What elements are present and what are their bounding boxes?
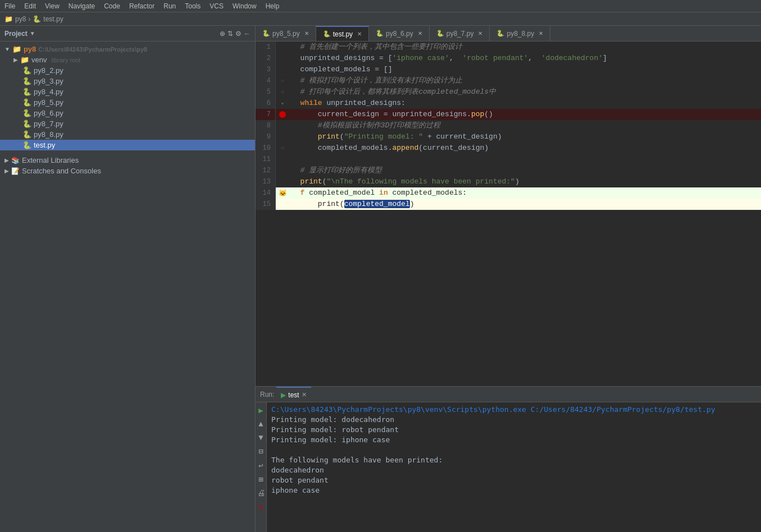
gutter-10: ○ — [276, 143, 289, 154]
code-cell-15: print(completed_model) — [289, 199, 414, 210]
menu-tools[interactable]: Tools — [185, 2, 200, 10]
tree-item-py8_5[interactable]: 🐍 py8_5.py — [0, 97, 255, 108]
menu-code[interactable]: Code — [104, 2, 120, 10]
menu-run[interactable]: Run — [163, 2, 176, 10]
locate-icon[interactable]: ⊕ — [220, 30, 225, 38]
py-file-icon: 🐍 — [22, 88, 31, 96]
line-num-3: 3 — [256, 64, 276, 75]
menu-help[interactable]: Help — [266, 2, 280, 10]
tree-item-external[interactable]: ▶ 📚 External Libraries — [0, 155, 255, 166]
code-editor[interactable]: 1 # 首先创建一个列表，其中包含一些要打印的设计 2 unprinted_de… — [256, 42, 761, 386]
code-line-9: 9 print("Printing model: " + current_des… — [256, 131, 761, 143]
gutter-12 — [276, 165, 289, 176]
tree-file-label: py8_4.py — [34, 88, 63, 96]
fold-icon-5[interactable]: ○ — [281, 89, 284, 95]
tab-close-py8_5[interactable]: ✕ — [304, 30, 309, 36]
menu-navigate[interactable]: Navigate — [69, 2, 95, 10]
run-scroll-up-button[interactable]: ▲ — [257, 419, 264, 430]
gutter-6: ▾ — [276, 98, 289, 109]
run-tree-button[interactable]: ⊞ — [257, 474, 264, 485]
fold-icon-6[interactable]: ▾ — [281, 100, 285, 107]
emoji-icon-14: 🐱 — [279, 189, 287, 198]
tree-venv-sublabel: library root — [51, 57, 80, 63]
run-icon: ▶ — [281, 391, 286, 399]
tree-item-py8_3[interactable]: 🐍 py8_3.py — [0, 76, 255, 86]
run-output-line-5: dodecahedron — [271, 465, 757, 475]
tab-py8_6[interactable]: 🐍 py8_6.py ✕ — [369, 26, 430, 42]
tree-item-py8_8[interactable]: 🐍 py8_8.py — [0, 129, 255, 140]
tab-py8_8[interactable]: 🐍 py8_8.py ✕ — [490, 26, 550, 42]
menu-edit[interactable]: Edit — [24, 2, 36, 10]
run-scroll-down-button[interactable]: ▼ — [257, 432, 264, 443]
breakpoint-7[interactable] — [279, 111, 286, 118]
py-file-icon: 🐍 — [22, 109, 31, 117]
tree-venv-label: venv — [31, 56, 47, 64]
breadcrumb-file[interactable]: test.py — [43, 15, 63, 23]
arrow-right-icon: ▶ — [13, 57, 18, 63]
tab-py8_7[interactable]: 🐍 py8_7.py ✕ — [430, 26, 490, 42]
tree-file-label: py8_2.py — [34, 66, 63, 75]
gutter-3 — [276, 64, 289, 75]
tab-label: py8_7.py — [446, 30, 474, 38]
breadcrumb-sep: › — [28, 15, 30, 23]
run-stop-button[interactable]: ✕ — [257, 501, 264, 513]
code-line-5: 5 ○ # 打印每个设计后，都将其移到列表completed_models中 — [256, 86, 761, 98]
tree-item-py8_4[interactable]: 🐍 py8_4.py — [0, 86, 255, 97]
tree-root[interactable]: ▼ 📁 py8 C:\Users\84243\PycharmProjects\p… — [0, 44, 255, 54]
menu-refactor[interactable]: Refactor — [129, 2, 154, 10]
run-tab-test[interactable]: ▶ test ✕ — [276, 387, 311, 402]
code-cell-11 — [289, 154, 296, 165]
tab-test[interactable]: 🐍 test.py ✕ — [316, 26, 369, 42]
breadcrumb-project[interactable]: py8 — [15, 15, 26, 23]
expand-icon[interactable]: ⇅ — [227, 30, 233, 38]
run-output-line-3: Printing model: iphone case — [271, 435, 757, 445]
fold-icon-4[interactable]: ○ — [281, 78, 284, 84]
run-tab-close[interactable]: ✕ — [302, 391, 307, 398]
gutter-4: ○ — [276, 75, 289, 86]
tab-close-test[interactable]: ✕ — [357, 31, 362, 37]
collapse-icon[interactable]: ← — [244, 30, 250, 38]
code-cell-3: completed_models = [] — [289, 64, 392, 75]
code-line-8: 8 #模拟根据设计制作3D打印模型的过程 — [256, 120, 761, 131]
run-print-button[interactable]: 🖨 — [256, 488, 266, 499]
tab-close-py8_8[interactable]: ✕ — [539, 30, 543, 36]
menu-view[interactable]: View — [45, 2, 60, 10]
code-cell-4: # 模拟打印每个设计，直到没有未打印的设计为止 — [289, 75, 462, 86]
tab-close-py8_7[interactable]: ✕ — [478, 30, 482, 36]
tree-item-venv[interactable]: ▶ 📁 venv library root — [0, 54, 255, 65]
menu-window[interactable]: Window — [233, 2, 257, 10]
tree-file-label: py8_7.py — [34, 120, 63, 128]
folder-icon: 📁 — [20, 56, 29, 64]
menu-file[interactable]: File — [4, 2, 15, 10]
tree-item-py8_7[interactable]: 🐍 py8_7.py — [0, 118, 255, 129]
run-filter-button[interactable]: ⊟ — [257, 446, 264, 457]
run-panel: Run: ▶ test ✕ ▶ ▲ ▼ ⊟ ↩ ⊞ 🖨 ✕ — [256, 386, 761, 532]
line-num-9: 9 — [256, 131, 276, 143]
tree-item-test[interactable]: 🐍 test.py — [0, 140, 255, 150]
code-cell-12: # 显示打印好的所有模型 — [289, 165, 382, 176]
gutter-7[interactable] — [276, 109, 289, 120]
tree-file-label: py8_5.py — [34, 98, 63, 107]
project-dropdown-icon[interactable]: ▼ — [30, 30, 35, 36]
external-label: External Libraries — [22, 156, 79, 164]
tab-close-py8_6[interactable]: ✕ — [418, 30, 422, 36]
tab-label: py8_6.py — [386, 30, 413, 38]
tab-icon: 🐍 — [496, 30, 504, 37]
sidebar-title: Project ▼ — [4, 30, 35, 38]
tab-label: py8_5.py — [272, 30, 300, 38]
run-play-button[interactable]: ▶ — [257, 405, 264, 416]
line-num-14: 14 — [256, 187, 276, 199]
tree-item-py8_6[interactable]: 🐍 py8_6.py — [0, 108, 255, 118]
run-output[interactable]: C:\Users\84243\PycharmProjects\py8\venv\… — [267, 402, 761, 532]
tree-item-scratches[interactable]: ▶ 📝 Scratches and Consoles — [0, 166, 255, 176]
menu-vcs[interactable]: VCS — [209, 2, 224, 10]
settings-icon[interactable]: ⚙ — [235, 30, 241, 38]
fold-icon-10[interactable]: ○ — [281, 145, 284, 152]
sidebar: Project ▼ ⊕ ⇅ ⚙ ← ▼ 📁 py8 C:\Users\84243… — [0, 26, 256, 532]
run-output-line-1: Printing model: dodecahedron — [271, 415, 757, 425]
tree-item-py8_2[interactable]: 🐍 py8_2.py — [0, 65, 255, 76]
tab-py8_5[interactable]: 🐍 py8_5.py ✕ — [256, 26, 316, 42]
tree-file-label: py8_6.py — [34, 109, 63, 117]
line-num-7: 7 — [256, 109, 276, 120]
run-wrap-button[interactable]: ↩ — [257, 460, 264, 471]
